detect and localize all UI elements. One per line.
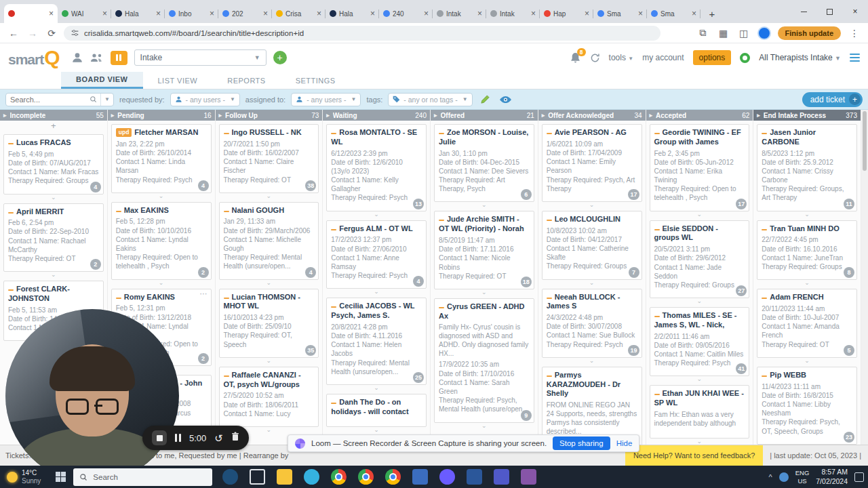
sync-icon[interactable] bbox=[590, 53, 600, 63]
browser-tab[interactable]: Hala × bbox=[326, 4, 379, 23]
taskbar-app-mail[interactable] bbox=[406, 466, 433, 488]
board-selector[interactable]: Intake ▼ bbox=[134, 49, 267, 66]
ticket-card[interactable]: Fergus ALM - OT WL 17/2/2023 12:37 pmDat… bbox=[326, 220, 427, 289]
tools-menu[interactable]: tools ▼ bbox=[609, 53, 634, 62]
taskbar-app-chrome[interactable] bbox=[325, 466, 352, 488]
ticket-menu-icon[interactable]: ⋯ bbox=[200, 289, 208, 298]
reload-icon[interactable]: ⟳ bbox=[45, 28, 58, 39]
loom-stop-button[interactable] bbox=[152, 430, 167, 445]
taskbar-language[interactable]: ENG US bbox=[795, 469, 810, 485]
tab-settings[interactable]: SETTINGS bbox=[281, 72, 351, 89]
vertical-scrollbar[interactable] bbox=[861, 110, 868, 445]
card-expand-icon[interactable]: ⌄ bbox=[323, 211, 430, 218]
card-expand-icon[interactable]: ⌄ bbox=[323, 289, 430, 296]
browser-tab[interactable]: Inbo × bbox=[165, 4, 218, 23]
tab-list-view[interactable]: LIST VIEW bbox=[143, 72, 213, 89]
column-header[interactable]: ▸ Incomplete 55 bbox=[0, 110, 107, 121]
ticket-card[interactable]: Max EAKINS Feb 5, 12:28 pmDate of Birth:… bbox=[111, 202, 212, 280]
card-expand-icon[interactable]: ⌄ bbox=[538, 280, 646, 287]
forward-icon[interactable]: → bbox=[26, 28, 39, 39]
tab-close-icon[interactable]: × bbox=[263, 9, 268, 18]
ticket-card[interactable]: Ethan JUN KHAI WEE - SP WL Fam Hx: Ethan… bbox=[650, 385, 750, 439]
ticket-card[interactable]: Thomas MILES - SE - James S, WL - Nick, … bbox=[650, 307, 750, 376]
card-expand-icon[interactable]: ⌄ bbox=[323, 427, 430, 434]
taskbar-app-snipping[interactable] bbox=[515, 466, 542, 488]
browser-tab[interactable]: Hala × bbox=[111, 4, 165, 23]
edit-tags-icon[interactable] bbox=[478, 93, 493, 106]
back-icon[interactable]: ← bbox=[7, 28, 20, 39]
card-expand-icon[interactable]: ⌄ bbox=[431, 289, 538, 296]
browser-tab[interactable]: Sma × bbox=[593, 4, 647, 23]
tab-close-icon[interactable]: × bbox=[585, 9, 589, 18]
browser-tab[interactable]: Hap × bbox=[540, 4, 593, 23]
feedback-link[interactable]: Need Help? Want to send feedback? bbox=[625, 445, 763, 466]
ticket-card[interactable]: April MERRIT Feb 6, 2:54 pmDate of Birth… bbox=[3, 203, 104, 272]
taskbar-app-edge[interactable] bbox=[298, 466, 325, 488]
loom-delete-icon[interactable] bbox=[231, 432, 239, 444]
action-center-icon[interactable] bbox=[854, 472, 864, 482]
group-icon[interactable] bbox=[90, 52, 104, 63]
ticket-card[interactable]: Ingo RUSSELL - NK 20/7/2021 1:50 pmDate … bbox=[219, 124, 319, 193]
tab-board-view[interactable]: BOARD VIEW bbox=[61, 72, 143, 89]
add-board-button[interactable]: + bbox=[273, 51, 287, 64]
ticket-card[interactable]: Nalani GOUGH Jan 29, 11:33 amDate of Bir… bbox=[219, 202, 319, 280]
card-expand-icon[interactable]: ⌄ bbox=[646, 298, 753, 305]
hamburger-menu-icon[interactable] bbox=[850, 54, 860, 62]
ticket-card[interactable]: Leo MCLOUGHLIN 10/8/2023 10:02 amDate of… bbox=[542, 211, 642, 280]
tab-close-icon[interactable]: × bbox=[210, 9, 214, 18]
column-collapse-icon[interactable]: ▸ bbox=[219, 112, 222, 119]
card-expand-icon[interactable]: ⌄ bbox=[538, 202, 646, 209]
ticket-card[interactable]: Jude Archie SMITH - OT WL (Priority) - N… bbox=[434, 211, 534, 289]
tab-close-icon[interactable]: × bbox=[317, 9, 321, 18]
column-header[interactable]: ▸ End Intake Process 373 bbox=[753, 110, 861, 121]
taskbar-app-chrome-profile-3[interactable] bbox=[379, 466, 406, 488]
card-expand-icon[interactable]: ⌄ bbox=[108, 193, 215, 200]
ticket-card[interactable]: Neeah BULLOCK - James S 24/3/2022 4:48 p… bbox=[542, 289, 642, 358]
column-header[interactable]: ▸ Accepted 62 bbox=[646, 110, 753, 121]
ticket-card[interactable]: Adam FRENCH 20/11/2023 11:44 amDate of B… bbox=[757, 289, 857, 358]
browser-tab[interactable]: 240 × bbox=[379, 4, 433, 23]
new-tab-button[interactable]: + bbox=[703, 5, 721, 22]
taskbar-app-chrome-profile-2[interactable] bbox=[352, 466, 379, 488]
card-expand-icon[interactable]: ⌄ bbox=[753, 280, 861, 287]
column-collapse-icon[interactable]: ▸ bbox=[3, 112, 7, 119]
tray-app-icon[interactable] bbox=[779, 472, 789, 482]
ticket-card[interactable]: Danh The Do - on holidays - will contact… bbox=[326, 394, 427, 428]
search-tabs-icon[interactable]: ⧉ bbox=[696, 27, 710, 39]
tab-close-icon[interactable]: × bbox=[638, 9, 643, 18]
finish-update-button[interactable]: Finish update bbox=[778, 26, 842, 40]
watch-eye-icon[interactable] bbox=[498, 93, 513, 106]
column-collapse-icon[interactable]: ▸ bbox=[326, 112, 330, 119]
side-panel-icon[interactable]: ◫ bbox=[737, 28, 751, 39]
tab-close-icon[interactable]: × bbox=[531, 9, 536, 18]
taskbar-search[interactable]: Search bbox=[73, 468, 212, 486]
window-minimize-button[interactable] bbox=[791, 0, 816, 23]
add-ticket-button[interactable]: add ticket + bbox=[802, 92, 863, 107]
tab-close-icon[interactable]: × bbox=[692, 9, 696, 18]
loom-pause-button[interactable] bbox=[175, 434, 181, 442]
ticket-card[interactable]: Zoe MORSON - Louise, Julie Jan 30, 1:10 … bbox=[434, 124, 534, 202]
browser-tab[interactable]: Intak × bbox=[433, 4, 486, 23]
address-bar[interactable]: crisalida.smartqweb.com/#/board/1/search… bbox=[64, 26, 660, 41]
tab-close-icon[interactable]: × bbox=[102, 9, 107, 18]
window-close-button[interactable]: × bbox=[842, 0, 868, 23]
site-settings-icon[interactable] bbox=[71, 28, 79, 37]
browser-tab[interactable]: Sma × bbox=[647, 4, 701, 23]
ticket-card[interactable]: Jasen Junior CARBONE 8/5/2023 1:12 pmDat… bbox=[757, 124, 857, 211]
tab-close-icon[interactable]: × bbox=[370, 9, 375, 18]
ticket-card[interactable]: Avie PEARSON - AG 1/6/2021 10:09 amDate … bbox=[542, 124, 642, 202]
card-expand-icon[interactable]: ⌄ bbox=[0, 272, 107, 279]
search-icon[interactable] bbox=[86, 94, 100, 106]
card-expand-icon[interactable]: ⌄ bbox=[216, 280, 323, 287]
loom-restart-icon[interactable]: ↺ bbox=[214, 433, 223, 443]
apps-grid-icon[interactable]: ▦ bbox=[717, 28, 730, 39]
tab-close-icon[interactable]: × bbox=[424, 9, 429, 18]
window-maximize-button[interactable] bbox=[816, 0, 842, 23]
column-header[interactable]: ▸ Offered 21 bbox=[431, 110, 538, 121]
card-expand-icon[interactable]: ⌄ bbox=[646, 211, 753, 218]
ticket-card[interactable]: Geordie TWINING - EF Group with James Fe… bbox=[650, 124, 750, 211]
ticket-card[interactable]: Tran Tuan MINH DO 22/7/2022 4:45 pmDate … bbox=[757, 220, 857, 281]
search-input[interactable] bbox=[6, 96, 86, 104]
browser-tab[interactable]: 202 × bbox=[218, 4, 272, 23]
ticket-card[interactable]: updFletcher MARSAN Jan 23, 2:22 pmDate o… bbox=[111, 124, 212, 193]
